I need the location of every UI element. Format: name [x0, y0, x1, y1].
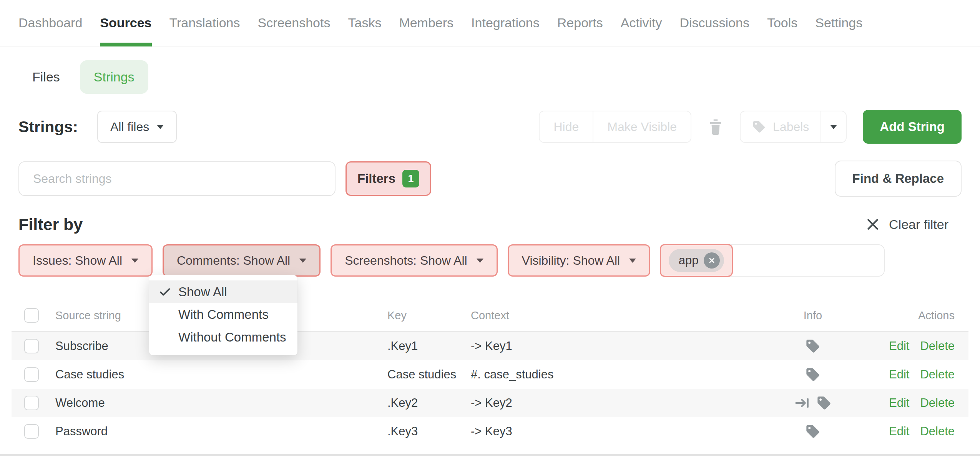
nav-item-label: Members — [399, 15, 453, 30]
cell-actions: Edit Delete — [859, 396, 968, 410]
edit-link[interactable]: Edit — [889, 396, 909, 410]
filters-count-badge: 1 — [402, 170, 419, 187]
table-row: Welcome .Key2 -> Key2 Edit Delete — [12, 389, 968, 417]
row-checkbox[interactable] — [24, 367, 39, 382]
row-checkbox[interactable] — [24, 424, 39, 439]
chevron-down-icon — [629, 259, 636, 263]
strings-action-bar: Strings: All files Hide Make Visible — [0, 110, 980, 144]
nav-item-screenshots[interactable]: Screenshots — [257, 0, 330, 46]
nav-item-members[interactable]: Members — [399, 0, 453, 46]
edit-link[interactable]: Edit — [889, 339, 909, 353]
chevron-down-icon — [131, 259, 138, 263]
cell-key: .Key3 — [387, 424, 471, 438]
cell-key: Case studies — [387, 368, 471, 381]
filter-chip-issues[interactable]: Issues: Show All — [18, 244, 153, 277]
nav-item-integrations[interactable]: Integrations — [471, 0, 540, 46]
nav-item-reports[interactable]: Reports — [557, 0, 603, 46]
strings-table: Source string Key Context Info Actions S… — [0, 300, 980, 446]
labels-button[interactable]: Labels — [740, 111, 821, 143]
menu-item-with-comments[interactable]: With Comments — [149, 303, 297, 326]
delete-strings-button[interactable] — [708, 118, 724, 136]
nav-item-label: Settings — [815, 15, 862, 30]
menu-item-show-all[interactable]: Show All — [149, 280, 297, 303]
table-body: Subscribe .Key1 -> Key1 Edit Delete Case… — [0, 332, 980, 446]
delete-link[interactable]: Delete — [920, 396, 955, 410]
tab-strings[interactable]: Strings — [80, 60, 148, 94]
header-key: Key — [387, 309, 471, 322]
make-visible-button[interactable]: Make Visible — [593, 111, 691, 142]
filters-button[interactable]: Filters 1 — [345, 161, 431, 196]
tag-icon — [805, 424, 821, 439]
labels-filter-input[interactable]: app — [660, 244, 885, 277]
edit-link[interactable]: Edit — [889, 368, 909, 381]
filter-chip-label: Screenshots: Show All — [345, 254, 467, 268]
nav-item-label: Tools — [767, 15, 797, 30]
filter-chip-screenshots[interactable]: Screenshots: Show All — [331, 244, 497, 277]
chevron-down-icon — [157, 125, 164, 129]
chevron-down-icon — [830, 125, 837, 129]
menu-item-without-comments[interactable]: Without Comments — [149, 326, 297, 348]
bulk-actions: Hide Make Visible Labels — [539, 110, 962, 144]
check-icon — [158, 331, 172, 344]
header-info: Info — [767, 309, 859, 322]
menu-item-label: With Comments — [178, 307, 269, 322]
nav-item-tasks[interactable]: Tasks — [348, 0, 381, 46]
tag-icon — [805, 338, 821, 354]
x-icon — [865, 217, 880, 232]
nav-item-activity[interactable]: Activity — [621, 0, 662, 46]
trash-icon — [708, 118, 724, 136]
files-strings-tabs: FilesStrings — [0, 60, 980, 94]
nav-item-sources[interactable]: Sources — [100, 0, 151, 46]
tag-icon — [816, 395, 832, 411]
filter-chip-comments[interactable]: Comments: Show All — [163, 244, 321, 277]
row-checkbox[interactable] — [24, 396, 39, 410]
cell-info — [767, 338, 859, 354]
table-row: Password .Key3 -> Key3 Edit Delete — [12, 417, 968, 446]
cell-actions: Edit Delete — [859, 368, 968, 381]
delete-link[interactable]: Delete — [920, 339, 955, 353]
nav-item-tools[interactable]: Tools — [767, 0, 797, 46]
add-string-button[interactable]: Add String — [863, 110, 962, 144]
hide-button[interactable]: Hide — [540, 111, 593, 142]
filter-chips-row: Issues: Show All Comments: Show All Scre… — [0, 244, 980, 277]
clear-filter-label: Clear filter — [889, 217, 948, 232]
file-filter-label: All files — [110, 120, 149, 134]
check-icon — [158, 308, 172, 321]
labels-button-group: Labels — [740, 111, 847, 143]
tab-files[interactable]: Files — [18, 60, 74, 94]
nav-item-dashboard[interactable]: Dashboard — [18, 0, 82, 46]
nav-item-discussions[interactable]: Discussions — [680, 0, 749, 46]
cell-key: .Key2 — [387, 396, 471, 410]
labels-filter-selected: app — [660, 244, 733, 277]
page-title: Strings: — [18, 118, 78, 136]
cell-context: -> Key1 — [471, 339, 767, 353]
nav-item-settings[interactable]: Settings — [815, 0, 862, 46]
chevron-down-icon — [477, 259, 483, 263]
sources-strings-page: DashboardSourcesTranslationsScreenshotsT… — [0, 0, 980, 456]
file-filter-dropdown[interactable]: All files — [97, 111, 177, 143]
labels-dropdown-toggle[interactable] — [821, 111, 847, 143]
label-chip-text: app — [679, 254, 699, 267]
find-replace-button[interactable]: Find & Replace — [835, 161, 962, 197]
delete-link[interactable]: Delete — [920, 368, 955, 381]
cell-context: #. case_studies — [471, 368, 767, 381]
make-visible-button-label: Make Visible — [607, 120, 677, 134]
delete-link[interactable]: Delete — [920, 424, 955, 438]
clear-filter-button[interactable]: Clear filter — [865, 217, 948, 232]
cell-context: -> Key2 — [471, 396, 767, 410]
filter-chips: Issues: Show All Comments: Show All Scre… — [18, 244, 650, 277]
search-input[interactable] — [18, 161, 336, 196]
tag-icon — [805, 367, 821, 382]
tag-icon — [752, 120, 766, 134]
edit-link[interactable]: Edit — [889, 424, 909, 438]
row-checkbox[interactable] — [24, 339, 39, 353]
nav-item-label: Screenshots — [257, 15, 330, 30]
select-all-checkbox[interactable] — [24, 308, 39, 323]
cell-context: -> Key3 — [471, 424, 767, 438]
filter-chip-visibility[interactable]: Visibility: Show All — [508, 244, 651, 277]
nav-item-translations[interactable]: Translations — [169, 0, 240, 46]
nav-item-label: Dashboard — [18, 15, 82, 30]
top-navigation: DashboardSourcesTranslationsScreenshotsT… — [0, 0, 980, 46]
remove-label-button[interactable] — [704, 252, 720, 269]
filter-chip-label: Comments: Show All — [177, 254, 290, 268]
